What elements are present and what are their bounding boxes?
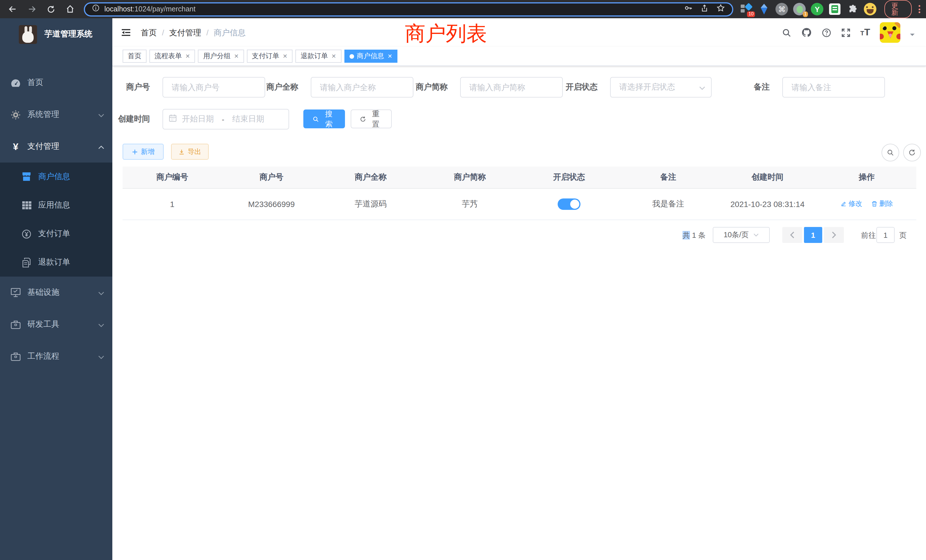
- cell-merchant-name: 芋道源码: [321, 188, 420, 219]
- page-content: 商户号 商户全称 商户简称 开启状态 请选择开启状态: [112, 66, 926, 560]
- back-icon[interactable]: [8, 5, 17, 14]
- extensions-puzzle-icon[interactable]: [846, 3, 859, 15]
- close-icon[interactable]: ✕: [185, 53, 190, 59]
- sidebar-item-workflow[interactable]: 工作流程: [0, 341, 112, 372]
- edit-link[interactable]: 修改: [840, 199, 862, 209]
- merchant-short-input[interactable]: [460, 77, 563, 97]
- tab-home[interactable]: 首页: [123, 50, 147, 63]
- bookmark-star-icon[interactable]: [716, 3, 725, 15]
- calendar-icon: [169, 114, 177, 124]
- next-page-button[interactable]: [824, 227, 844, 243]
- cell-create-time: 2021-10-23 08:31:14: [718, 188, 817, 219]
- monitor-icon: [11, 288, 21, 297]
- search-button[interactable]: 搜索: [303, 109, 345, 128]
- top-navbar: 首页 / 支付管理 / 商户信息 TT: [112, 18, 926, 47]
- toolbox-icon: [11, 320, 21, 329]
- delete-link[interactable]: 删除: [871, 199, 893, 209]
- close-icon[interactable]: ✕: [283, 53, 287, 59]
- merchant-no-input[interactable]: [162, 77, 265, 97]
- reload-icon[interactable]: [47, 5, 55, 14]
- address-bar[interactable]: localhost:1024/pay/merchant: [84, 2, 733, 16]
- merchant-name-input[interactable]: [311, 77, 413, 97]
- sidebar-item-dev-tools[interactable]: 研发工具: [0, 309, 112, 341]
- filter-merchant-name: 商户全称: [265, 77, 413, 97]
- tab-refund-order[interactable]: 退款订单✕: [295, 50, 341, 63]
- site-info-icon[interactable]: [92, 4, 100, 14]
- fullscreen-icon[interactable]: [841, 28, 851, 37]
- font-size-icon[interactable]: TT: [861, 27, 870, 38]
- avatar-caret-icon[interactable]: [910, 34, 915, 38]
- app-logo[interactable]: 芋道管理系统: [0, 18, 112, 50]
- share-icon[interactable]: [700, 4, 709, 15]
- gear-icon: [11, 110, 21, 120]
- sidebar-item-pay[interactable]: ¥ 支付管理: [0, 130, 112, 162]
- pagination-total: 共 1 条: [682, 230, 706, 241]
- sidebar-item-merchant-info[interactable]: 商户信息: [0, 162, 112, 191]
- store-icon: [22, 172, 31, 182]
- extension-y-icon[interactable]: Y: [811, 3, 823, 15]
- app-title: 芋道管理系统: [44, 29, 92, 39]
- date-range-picker[interactable]: 开始日期 - 结束日期: [162, 109, 289, 129]
- extension-kite-icon[interactable]: [758, 3, 770, 15]
- breadcrumb-current: 商户信息: [214, 28, 246, 38]
- password-key-icon[interactable]: [684, 3, 693, 15]
- goto-label: 前往: [861, 230, 876, 241]
- browser-toolbar: localhost:1024/pay/merchant 10 ⌘ 1 Y: [0, 0, 926, 18]
- filter-status: 开启状态 请选择开启状态: [564, 77, 712, 97]
- refresh-table-button[interactable]: [903, 144, 921, 161]
- home-icon[interactable]: [65, 5, 75, 14]
- cell-remark: 我是备注: [619, 188, 718, 219]
- cell-merchant-id: 1: [123, 188, 222, 219]
- reset-button[interactable]: 重置: [351, 109, 392, 128]
- extension-badge: 1: [803, 11, 808, 17]
- filter-merchant-no: 商户号: [118, 77, 265, 97]
- extension-doc-icon[interactable]: [829, 3, 841, 15]
- search-icon[interactable]: [782, 28, 791, 37]
- extension-blob-icon[interactable]: 1: [793, 3, 806, 15]
- collapse-sidebar-icon[interactable]: [121, 27, 131, 40]
- sidebar-menu: 首页 系统管理 ¥ 支付管理: [0, 67, 112, 372]
- export-button[interactable]: 导出: [171, 144, 209, 160]
- tab-merchant-info[interactable]: 商户信息✕: [344, 50, 398, 63]
- tab-pay-order[interactable]: 支付订单✕: [247, 50, 293, 63]
- col-status: 开启状态: [519, 166, 619, 188]
- sidebar-item-infra[interactable]: 基础设施: [0, 277, 112, 309]
- browser-update-button[interactable]: 更新: [884, 0, 912, 18]
- user-avatar[interactable]: [880, 22, 900, 43]
- forward-icon[interactable]: [27, 5, 36, 14]
- browser-menu-icon[interactable]: [918, 5, 920, 13]
- page-number-1[interactable]: 1: [804, 227, 822, 243]
- chevron-down-icon: [98, 320, 104, 329]
- close-icon[interactable]: ✕: [234, 53, 239, 59]
- yen-icon: ¥: [11, 142, 21, 151]
- logo-avatar: [19, 25, 37, 44]
- help-icon[interactable]: [822, 28, 831, 37]
- breadcrumb-home[interactable]: 首页: [141, 28, 157, 38]
- filter-create-time: 创建时间 开始日期 - 结束日期: [112, 109, 289, 129]
- status-toggle[interactable]: [558, 198, 581, 210]
- extension-diamond-icon[interactable]: 10: [740, 3, 753, 15]
- browser-profile-avatar[interactable]: [864, 3, 876, 15]
- close-icon[interactable]: ✕: [387, 53, 392, 59]
- sidebar-item-system[interactable]: 系统管理: [0, 98, 112, 130]
- sidebar-item-app-info[interactable]: 应用信息: [0, 191, 112, 219]
- sidebar: 芋道管理系统 首页 系统管理 ¥ 支付管: [0, 18, 112, 560]
- breadcrumb-pay[interactable]: 支付管理: [169, 28, 201, 38]
- show-search-toggle-button[interactable]: [882, 144, 899, 161]
- remark-input[interactable]: [782, 77, 885, 97]
- sidebar-item-refund-order[interactable]: 退款订单: [0, 248, 112, 277]
- page-size-select[interactable]: 10条/页: [713, 227, 770, 243]
- extension-command-icon[interactable]: ⌘: [775, 3, 788, 15]
- goto-page-input[interactable]: [876, 227, 895, 243]
- sidebar-item-home[interactable]: 首页: [0, 67, 112, 98]
- sidebar-item-pay-order[interactable]: 支付订单: [0, 219, 112, 248]
- close-icon[interactable]: ✕: [331, 53, 336, 59]
- prev-page-button[interactable]: [782, 227, 802, 243]
- github-icon[interactable]: [801, 27, 812, 38]
- tab-user-group[interactable]: 用户分组✕: [198, 50, 244, 63]
- chevron-down-icon: [699, 82, 705, 92]
- tab-process-form[interactable]: 流程表单✕: [150, 50, 195, 63]
- status-select[interactable]: 请选择开启状态: [610, 77, 712, 97]
- add-button[interactable]: 新增: [123, 144, 163, 160]
- filter-remark: 备注: [747, 77, 885, 97]
